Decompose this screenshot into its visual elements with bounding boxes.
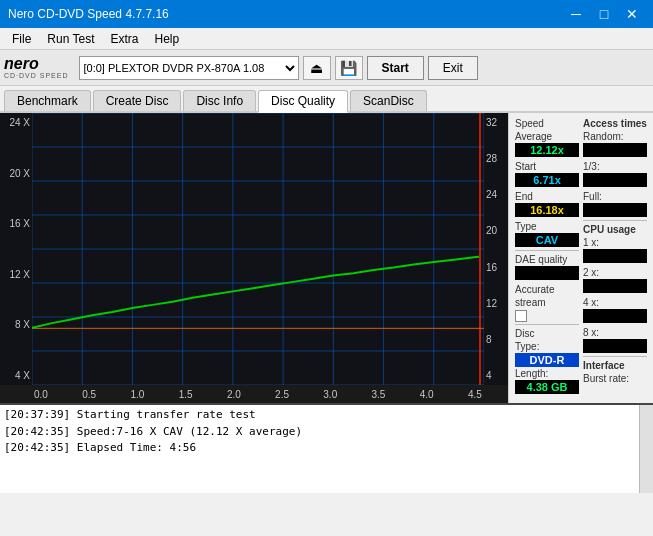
y-label-20: 20 X — [2, 168, 30, 179]
disc-type-label: Type: — [515, 340, 579, 353]
dae-label: DAE quality — [515, 253, 579, 266]
y-label-12: 12 X — [2, 269, 30, 280]
accurate-stream-row — [515, 310, 579, 322]
chart-section: 24 X 20 X 16 X 12 X 8 X 4 X 32 28 24 20 … — [0, 113, 508, 403]
disc-type-value: DVD-R — [515, 353, 579, 367]
x-axis-labels: 0.0 0.5 1.0 1.5 2.0 2.5 3.0 3.5 4.0 4.5 — [32, 389, 484, 400]
chart-canvas-area — [32, 113, 484, 385]
onethird-label: 1/3: — [583, 160, 647, 173]
speed-label: Speed — [515, 117, 579, 130]
cpu-2x-value — [583, 279, 647, 293]
title-bar: Nero CD-DVD Speed 4.7.7.16 ─ □ ✕ — [0, 0, 653, 28]
speed-col: Speed Average 12.12x Start 6.71x End 16.… — [515, 117, 579, 397]
menu-bar: File Run Test Extra Help — [0, 28, 653, 50]
speed-chart — [32, 113, 484, 385]
log-rows: [20:37:39] Starting transfer rate test [… — [0, 405, 639, 493]
cpu-4x-label: 4 x: — [583, 296, 647, 309]
save-button[interactable]: 💾 — [335, 56, 363, 80]
exit-button[interactable]: Exit — [428, 56, 478, 80]
log-entry-1: [20:42:35] Speed:7-16 X CAV (12.12 X ave… — [4, 424, 635, 441]
tab-disc-info[interactable]: Disc Info — [183, 90, 256, 111]
start-button[interactable]: Start — [367, 56, 424, 80]
cpu-1x-value — [583, 249, 647, 263]
x-axis: 0.0 0.5 1.0 1.5 2.0 2.5 3.0 3.5 4.0 4.5 — [0, 385, 508, 403]
full-value — [583, 203, 647, 217]
end-value: 16.18x — [515, 203, 579, 217]
dae-value — [515, 266, 579, 280]
toolbar: nero CD·DVD SPEED [0:0] PLEXTOR DVDR PX-… — [0, 50, 653, 86]
y-axis-right: 32 28 24 20 16 12 8 4 — [484, 113, 508, 385]
log-content: [20:37:39] Starting transfer rate test [… — [0, 405, 639, 459]
start-label: Start — [515, 160, 579, 173]
logo-nero: nero — [4, 56, 69, 72]
y-label-16: 16 X — [2, 218, 30, 229]
log-entry-2: [20:42:35] Elapsed Time: 4:56 — [4, 440, 635, 457]
main-area: 24 X 20 X 16 X 12 X 8 X 4 X 32 28 24 20 … — [0, 113, 653, 403]
yr-24: 24 — [486, 189, 506, 200]
log-entry-0: [20:37:39] Starting transfer rate test — [4, 407, 635, 424]
average-value: 12.12x — [515, 143, 579, 157]
start-value: 6.71x — [515, 173, 579, 187]
disc-length-value: 4.38 GB — [515, 380, 579, 394]
yr-16: 16 — [486, 262, 506, 273]
menu-file[interactable]: File — [4, 30, 39, 48]
y-label-4: 4 X — [2, 370, 30, 381]
yr-8: 8 — [486, 334, 506, 345]
y-label-8: 8 X — [2, 319, 30, 330]
cpu-1x-label: 1 x: — [583, 236, 647, 249]
cpu-4x-value — [583, 309, 647, 323]
menu-help[interactable]: Help — [147, 30, 188, 48]
disc-length-label: Length: — [515, 367, 579, 380]
yr-28: 28 — [486, 153, 506, 164]
close-button[interactable]: ✕ — [619, 4, 645, 24]
drive-select[interactable]: [0:0] PLEXTOR DVDR PX-870A 1.08 — [79, 56, 299, 80]
accurate-label: Accurate — [515, 283, 579, 296]
random-label: Random: — [583, 130, 647, 143]
yr-32: 32 — [486, 117, 506, 128]
window-controls: ─ □ ✕ — [563, 4, 645, 24]
accurate-stream-checkbox[interactable] — [515, 310, 527, 322]
log-scrollbar[interactable] — [639, 405, 653, 493]
access-col: Access times Random: 1/3: Full: CPU usag… — [583, 117, 647, 397]
tab-scandisc[interactable]: ScanDisc — [350, 90, 427, 111]
y-axis-left: 24 X 20 X 16 X 12 X 8 X 4 X — [0, 113, 32, 385]
access-title: Access times — [583, 117, 647, 130]
stream-label: stream — [515, 296, 579, 309]
log-wrapper: [20:37:39] Starting transfer rate test [… — [0, 405, 653, 493]
burst-label: Burst rate: — [583, 372, 647, 385]
maximize-button[interactable]: □ — [591, 4, 617, 24]
tab-benchmark[interactable]: Benchmark — [4, 90, 91, 111]
logo: nero CD·DVD SPEED — [4, 56, 69, 79]
random-value — [583, 143, 647, 157]
tab-bar: Benchmark Create Disc Disc Info Disc Qua… — [0, 86, 653, 113]
yr-20: 20 — [486, 225, 506, 236]
menu-extra[interactable]: Extra — [102, 30, 146, 48]
minimize-button[interactable]: ─ — [563, 4, 589, 24]
tab-disc-quality[interactable]: Disc Quality — [258, 90, 348, 113]
type-value: CAV — [515, 233, 579, 247]
cpu-8x-label: 8 x: — [583, 326, 647, 339]
stats-panel: Speed Average 12.12x Start 6.71x End 16.… — [508, 113, 653, 403]
stats-cols: Speed Average 12.12x Start 6.71x End 16.… — [515, 117, 647, 397]
yr-4: 4 — [486, 370, 506, 381]
end-label: End — [515, 190, 579, 203]
cpu-8x-value — [583, 339, 647, 353]
chart-row: 24 X 20 X 16 X 12 X 8 X 4 X 32 28 24 20 … — [0, 113, 508, 385]
type-label: Type — [515, 220, 579, 233]
cpu-2x-label: 2 x: — [583, 266, 647, 279]
eject-button[interactable]: ⏏ — [303, 56, 331, 80]
tab-create-disc[interactable]: Create Disc — [93, 90, 182, 111]
log-area: [20:37:39] Starting transfer rate test [… — [0, 403, 653, 493]
y-label-24: 24 X — [2, 117, 30, 128]
average-label: Average — [515, 130, 579, 143]
menu-run-test[interactable]: Run Test — [39, 30, 102, 48]
full-label: Full: — [583, 190, 647, 203]
onethird-value — [583, 173, 647, 187]
disc-label: Disc — [515, 327, 579, 340]
cpu-title: CPU usage — [583, 223, 647, 236]
interface-title: Interface — [583, 359, 647, 372]
title-text: Nero CD-DVD Speed 4.7.7.16 — [8, 7, 563, 21]
logo-cdspeed: CD·DVD SPEED — [4, 72, 69, 79]
yr-12: 12 — [486, 298, 506, 309]
